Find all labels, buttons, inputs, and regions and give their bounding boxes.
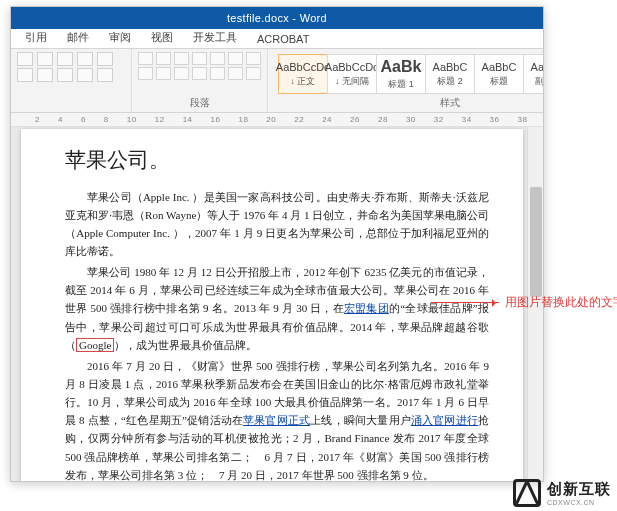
- sort-icon[interactable]: [228, 52, 243, 65]
- indent-dec-icon[interactable]: [192, 52, 207, 65]
- scrollbar-thumb[interactable]: [530, 187, 542, 297]
- numbering-icon[interactable]: [156, 52, 171, 65]
- font-controls: [17, 52, 125, 82]
- font-color-icon[interactable]: [37, 68, 53, 82]
- borders-icon[interactable]: [246, 67, 261, 80]
- paragraph-controls: [138, 52, 261, 80]
- style-normal[interactable]: AaBbCcDd ↓ 正文: [278, 54, 328, 94]
- align-right-icon[interactable]: [174, 67, 189, 80]
- doc-title[interactable]: 苹果公司。: [65, 143, 489, 178]
- font-size-icon[interactable]: [37, 52, 53, 66]
- word-window: testfile.docx - Word 引用 邮件 审阅 视图 开发工具 AC…: [10, 6, 544, 482]
- bold-icon[interactable]: [57, 52, 73, 66]
- ribbon: 段落 AaBbCcDd ↓ 正文 AaBbCcDd ↓ 无间隔 AaBk 标题 …: [11, 49, 543, 113]
- bullets-icon[interactable]: [138, 52, 153, 65]
- strike-icon[interactable]: [17, 68, 33, 82]
- tab-acrobat[interactable]: ACROBAT: [247, 30, 319, 48]
- styles-gallery: AaBbCcDd ↓ 正文 AaBbCcDd ↓ 无间隔 AaBk 标题 1 A…: [274, 52, 544, 94]
- font-drop-icon[interactable]: [17, 52, 33, 66]
- style-heading1[interactable]: AaBk 标题 1: [376, 54, 426, 94]
- paragraph-2[interactable]: 苹果公司 1980 年 12 月 12 日公开招股上市，2012 年创下 623…: [65, 263, 489, 354]
- google-highlight-box[interactable]: Google: [76, 338, 114, 352]
- group-label-paragraph: 段落: [138, 96, 261, 112]
- window-title: testfile.docx - Word: [227, 12, 327, 24]
- watermark-logo: 创新互联 CDXWCX.CN: [513, 479, 611, 507]
- underline-icon[interactable]: [97, 52, 113, 66]
- align-center-icon[interactable]: [156, 67, 171, 80]
- style-heading2[interactable]: AaBbC 标题 2: [425, 54, 475, 94]
- phonetic-icon[interactable]: [97, 68, 113, 82]
- showmarks-icon[interactable]: [246, 52, 261, 65]
- align-justify-icon[interactable]: [192, 67, 207, 80]
- style-title[interactable]: AaBbC 标题: [474, 54, 524, 94]
- shading-icon[interactable]: [228, 67, 243, 80]
- align-left-icon[interactable]: [138, 67, 153, 80]
- ribbon-group-clipboard: [11, 49, 132, 112]
- tab-references[interactable]: 引用: [15, 27, 57, 48]
- line-spacing-icon[interactable]: [210, 67, 225, 80]
- tab-mailings[interactable]: 邮件: [57, 27, 99, 48]
- italic-icon[interactable]: [77, 52, 93, 66]
- style-nospacing[interactable]: AaBbCcDd ↓ 无间隔: [327, 54, 377, 94]
- group-label-font: [17, 99, 125, 112]
- style-subtitle[interactable]: AaBbC 副标题: [523, 54, 544, 94]
- link-enter-site[interactable]: 涌入官网进行: [411, 414, 478, 426]
- tab-view[interactable]: 视图: [141, 27, 183, 48]
- ribbon-group-styles: AaBbCcDd ↓ 正文 AaBbCcDd ↓ 无间隔 AaBk 标题 1 A…: [268, 49, 544, 112]
- vertical-scrollbar[interactable]: [527, 127, 543, 481]
- indent-inc-icon[interactable]: [210, 52, 225, 65]
- multilevel-icon[interactable]: [174, 52, 189, 65]
- ribbon-tab-strip: 引用 邮件 审阅 视图 开发工具 ACROBAT: [11, 29, 543, 49]
- document-area[interactable]: 苹果公司。 苹果公司（Apple Inc. ）是美国一家高科技公司。由史蒂夫·乔…: [11, 127, 543, 481]
- logo-text: 创新互联 CDXWCX.CN: [547, 480, 611, 506]
- link-hongmeng[interactable]: 宏盟集团: [344, 302, 389, 314]
- horizontal-ruler[interactable]: 2 4 6 8 10 12 14 16 18 20 22 24 26 28 30…: [11, 113, 543, 127]
- page[interactable]: 苹果公司。 苹果公司（Apple Inc. ）是美国一家高科技公司。由史蒂夫·乔…: [21, 129, 523, 481]
- tab-developer[interactable]: 开发工具: [183, 27, 247, 48]
- highlight-icon[interactable]: [57, 68, 73, 82]
- paragraph-1[interactable]: 苹果公司（Apple Inc. ）是美国一家高科技公司。由史蒂夫·乔布斯、斯蒂夫…: [65, 188, 489, 261]
- link-apple-official[interactable]: 苹果官网正式: [243, 414, 310, 426]
- ribbon-group-paragraph: 段落: [132, 49, 268, 112]
- tab-review[interactable]: 审阅: [99, 27, 141, 48]
- paragraph-3[interactable]: 2016 年 7 月 20 日，《财富》世界 500 强排行榜，苹果公司名列第九…: [65, 357, 489, 481]
- clear-format-icon[interactable]: [77, 68, 93, 82]
- title-bar: testfile.docx - Word: [11, 7, 543, 29]
- logo-mark-icon: [513, 479, 541, 507]
- group-label-styles: 样式: [274, 96, 544, 112]
